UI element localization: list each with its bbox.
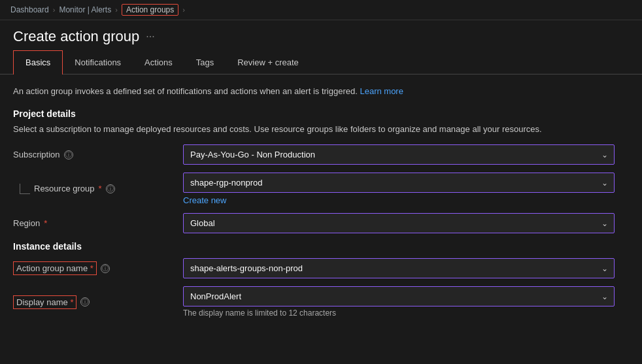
action-group-name-control: shape-alerts-groups-non-prod ⌄	[183, 258, 615, 278]
project-details-desc: Select a subscription to manage deployed…	[13, 123, 628, 136]
subscription-select-wrapper: Pay-As-You-Go - Non Production ⌄	[183, 144, 615, 165]
subscription-select[interactable]: Pay-As-You-Go - Non Production	[183, 144, 615, 165]
learn-more-link[interactable]: Learn more	[360, 86, 403, 96]
breadcrumb-sep-1: ›	[53, 6, 56, 14]
display-name-info-icon[interactable]: ⓘ	[80, 297, 90, 306]
action-group-name-info-icon[interactable]: ⓘ	[101, 264, 110, 273]
display-name-required: *	[70, 297, 73, 307]
action-group-name-required: *	[90, 263, 93, 273]
tab-basics[interactable]: Basics	[13, 50, 63, 74]
project-details-title: Project details	[13, 108, 628, 119]
resource-group-control: shape-rgp-nonprod ⌄ Create new	[183, 173, 615, 205]
page-options-button[interactable]: ···	[146, 31, 154, 42]
tabs-bar: Basics Notifications Actions Tags Review…	[0, 50, 642, 74]
region-select[interactable]: Global	[183, 213, 615, 233]
instance-details-title: Instance details	[13, 241, 628, 252]
tab-tags[interactable]: Tags	[184, 51, 226, 74]
top-bar: Dashboard › Monitor | Alerts › Action gr…	[0, 0, 642, 20]
tab-notifications[interactable]: Notifications	[63, 51, 133, 74]
display-name-label-wrap: Display name * ⓘ	[13, 295, 183, 309]
action-group-name-select-wrapper: shape-alerts-groups-non-prod ⌄	[183, 258, 615, 278]
breadcrumb-monitor-alerts[interactable]: Monitor | Alerts	[59, 5, 111, 14]
display-name-label: Display name *	[13, 295, 76, 309]
action-group-name-label: Action group name *	[13, 261, 97, 275]
region-control: Global ⌄	[183, 213, 615, 233]
page-title: Create action group	[13, 28, 139, 45]
resource-group-select-wrapper: shape-rgp-nonprod ⌄	[183, 173, 615, 193]
main-content: An action group invokes a defined set of…	[0, 74, 641, 336]
indent-decoration	[20, 184, 30, 194]
breadcrumb-sep-2: ›	[115, 6, 118, 14]
resource-group-info-icon[interactable]: ⓘ	[106, 184, 115, 193]
action-group-name-label-wrap: Action group name * ⓘ	[13, 261, 183, 275]
display-name-select-wrapper: NonProdAlert ⌄	[183, 286, 615, 306]
action-group-name-select[interactable]: shape-alerts-groups-non-prod	[183, 258, 615, 278]
region-label: Region *	[13, 218, 183, 228]
info-text: An action group invokes a defined set of…	[13, 85, 628, 98]
resource-group-indent: Resource group * ⓘ	[13, 184, 183, 194]
subscription-info-icon[interactable]: ⓘ	[64, 150, 73, 159]
action-group-name-row: Action group name * ⓘ shape-alerts-group…	[13, 258, 628, 278]
breadcrumb: Dashboard › Monitor | Alerts › Action gr…	[10, 4, 185, 16]
region-required: *	[44, 218, 47, 228]
resource-group-select[interactable]: shape-rgp-nonprod	[183, 173, 615, 193]
breadcrumb-dashboard[interactable]: Dashboard	[10, 5, 49, 14]
create-new-link[interactable]: Create new	[183, 195, 615, 205]
resource-group-label: Resource group * ⓘ	[34, 184, 115, 193]
display-name-select[interactable]: NonProdAlert	[183, 286, 615, 306]
instance-details-section: Instance details	[13, 241, 628, 252]
page-header: Create action group ···	[0, 20, 642, 50]
subscription-row: Subscription ⓘ Pay-As-You-Go - Non Produ…	[13, 144, 628, 165]
display-name-row: Display name * ⓘ NonProdAlert ⌄ The disp…	[13, 286, 628, 318]
breadcrumb-end-arrow: ›	[182, 6, 185, 14]
display-name-hint: The display name is limited to 12 charac…	[183, 308, 615, 318]
region-select-wrapper: Global ⌄	[183, 213, 615, 233]
subscription-control: Pay-As-You-Go - Non Production ⌄	[183, 144, 615, 165]
tab-actions[interactable]: Actions	[133, 51, 184, 74]
tab-review-create[interactable]: Review + create	[226, 51, 311, 74]
resource-group-row: Resource group * ⓘ shape-rgp-nonprod ⌄ C…	[13, 173, 628, 205]
breadcrumb-action-groups[interactable]: Action groups	[122, 4, 178, 16]
subscription-label: Subscription ⓘ	[13, 150, 183, 159]
resource-group-required: *	[99, 184, 102, 193]
region-row: Region * Global ⌄	[13, 213, 628, 233]
display-name-control: NonProdAlert ⌄ The display name is limit…	[183, 286, 615, 318]
